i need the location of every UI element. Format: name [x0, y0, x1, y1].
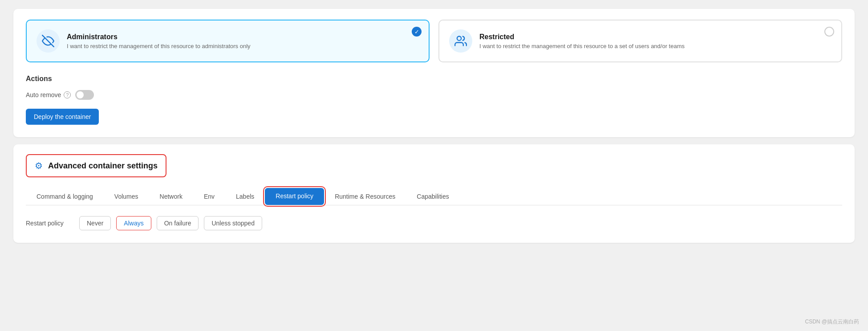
restricted-description: I want to restrict the management of thi…	[479, 43, 685, 49]
administrators-description: I want to restrict the management of thi…	[67, 43, 251, 49]
advanced-container-settings-header: ⚙ Advanced container settings	[26, 154, 166, 177]
eye-slash-icon	[42, 35, 54, 47]
restricted-title: Restricted	[479, 33, 685, 41]
page-wrapper: Administrators I want to restrict the ma…	[0, 0, 868, 331]
auto-remove-label: Auto remove ?	[26, 91, 71, 98]
policy-never-button[interactable]: Never	[79, 216, 111, 230]
administrators-check-icon: ✓	[412, 27, 422, 37]
policy-unless-stopped-button[interactable]: Unless stopped	[204, 216, 262, 230]
tab-network[interactable]: Network	[149, 188, 193, 205]
tab-labels[interactable]: Labels	[225, 188, 265, 205]
auto-remove-toggle[interactable]	[75, 90, 94, 100]
tab-command-logging[interactable]: Command & logging	[26, 188, 104, 205]
policy-always-button[interactable]: Always	[116, 216, 151, 230]
restart-policy-section: Restart policy Never Always On failure U…	[26, 216, 842, 230]
deploy-container-button[interactable]: Deploy the container	[26, 109, 99, 125]
auto-remove-help-icon[interactable]: ?	[64, 91, 71, 98]
advanced-settings-title: Advanced container settings	[48, 161, 158, 171]
restricted-icon-circle	[449, 29, 472, 53]
gear-icon: ⚙	[35, 160, 43, 171]
tab-capabilities[interactable]: Capabilities	[406, 188, 459, 205]
restricted-radio	[824, 27, 834, 37]
settings-tabs: Command & logging Volumes Network Env La…	[26, 188, 842, 205]
restart-policy-label: Restart policy	[26, 220, 70, 227]
administrators-icon-circle	[37, 29, 60, 53]
administrators-option[interactable]: Administrators I want to restrict the ma…	[26, 20, 430, 62]
tab-env[interactable]: Env	[193, 188, 225, 205]
restricted-text: Restricted I want to restrict the manage…	[479, 33, 685, 49]
restricted-option[interactable]: Restricted I want to restrict the manage…	[438, 20, 842, 62]
tab-restart-policy[interactable]: Restart policy	[265, 188, 324, 205]
tab-runtime-resources[interactable]: Runtime & Resources	[324, 188, 406, 205]
actions-label: Actions	[26, 75, 842, 83]
policy-on-failure-button[interactable]: On failure	[157, 216, 199, 230]
auto-remove-row: Auto remove ?	[26, 90, 842, 100]
bottom-card: ⚙ Advanced container settings Command & …	[13, 144, 855, 243]
tab-volumes[interactable]: Volumes	[104, 188, 149, 205]
top-card: Administrators I want to restrict the ma…	[13, 9, 855, 137]
watermark: CSDN @搞点云南白药	[805, 318, 859, 326]
svg-point-1	[457, 37, 461, 41]
administrators-title: Administrators	[67, 33, 251, 41]
administrators-text: Administrators I want to restrict the ma…	[67, 33, 251, 49]
users-icon	[454, 35, 467, 47]
actions-section: Actions Auto remove ? Deploy the contain…	[26, 75, 842, 125]
access-options: Administrators I want to restrict the ma…	[26, 20, 842, 62]
